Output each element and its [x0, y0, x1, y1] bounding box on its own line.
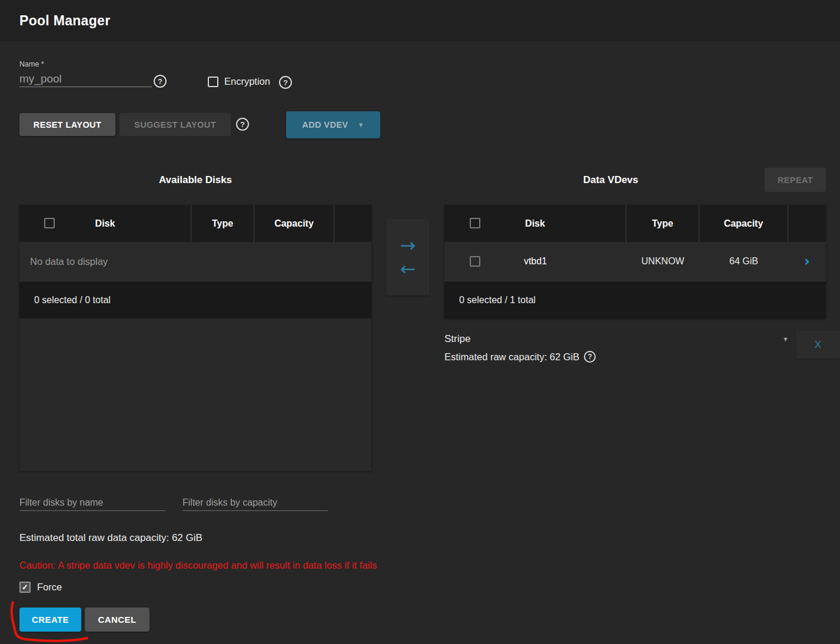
estimated-total-capacity: Estimated total raw data capacity: 62 Gi…: [19, 532, 202, 544]
force-row: ✓ Force: [19, 582, 62, 593]
repeat-button[interactable]: REPEAT: [765, 168, 826, 192]
check-icon: ✓: [22, 583, 28, 592]
available-disks-header-capacity: Capacity: [254, 205, 334, 242]
raw-capacity-help-icon[interactable]: ?: [584, 351, 596, 363]
data-vdevs-table: Disk Type Capacity vtbd1 UNKNOW 64 GiB ›…: [444, 205, 826, 318]
encryption-help-icon[interactable]: ?: [279, 76, 292, 89]
add-vdev-button[interactable]: ADD VDEV ▼: [286, 111, 380, 138]
transfer-panel: → ←: [386, 219, 430, 296]
data-vdevs-header-actions: [788, 205, 826, 242]
available-disks-footer: 0 selected / 0 total: [19, 281, 371, 318]
encryption-checkbox[interactable]: [208, 77, 218, 87]
available-disks-header-type: Type: [191, 205, 254, 242]
vdev-layout-value: Stripe: [444, 333, 470, 345]
suggest-layout-button[interactable]: SUGGEST LAYOUT: [119, 113, 231, 136]
data-vdevs-header-disk: Disk: [444, 205, 626, 242]
filter-disks-by-name-input[interactable]: [19, 494, 165, 511]
name-field-label: Name *: [19, 60, 44, 68]
vdev-disk-name: vtbd1: [524, 256, 547, 267]
no-data-row: No data to display: [19, 242, 371, 281]
vdev-disk-capacity: 64 GiB: [699, 242, 788, 281]
available-disks-empty-area: [19, 318, 371, 471]
page-title: Pool Manager: [19, 13, 110, 29]
data-vdevs-footer: 0 selected / 1 total: [444, 281, 826, 318]
reset-layout-button[interactable]: RESET LAYOUT: [19, 113, 115, 136]
data-vdevs-header-type: Type: [626, 205, 699, 242]
vdev-row-checkbox[interactable]: [470, 256, 480, 267]
caret-down-icon: ▼: [782, 336, 789, 343]
data-vdevs-title: Data VDevs: [444, 174, 777, 186]
encryption-label: Encryption: [224, 76, 270, 87]
vdev-disk-type: UNKNOW: [626, 242, 699, 281]
filter-disks-by-capacity-input[interactable]: [182, 494, 328, 511]
column-label-disk: Disk: [95, 218, 115, 229]
vdev-layout-select[interactable]: Stripe ▼: [444, 331, 789, 347]
remove-vdev-button[interactable]: X: [796, 331, 840, 358]
pool-manager-page: Pool Manager Name * ? Encryption ? RESET…: [0, 0, 840, 644]
name-help-icon[interactable]: ?: [154, 75, 167, 88]
move-left-arrow-icon[interactable]: ←: [397, 259, 420, 279]
data-vdevs-header-capacity: Capacity: [699, 205, 788, 242]
vdev-select-all-checkbox[interactable]: [470, 218, 480, 228]
available-disks-header-disk: Disk: [19, 205, 191, 242]
available-disks-table: Disk Type Capacity No data to display 0 …: [19, 205, 371, 471]
chevron-right-icon[interactable]: ›: [804, 254, 810, 268]
pool-name-input[interactable]: [19, 71, 152, 87]
create-button[interactable]: CREATE: [19, 608, 81, 632]
move-right-arrow-icon[interactable]: →: [397, 235, 420, 255]
caret-down-icon: ▼: [357, 121, 364, 128]
column-label-disk: Disk: [525, 218, 545, 229]
select-all-checkbox[interactable]: [44, 218, 55, 228]
suggest-layout-help-icon[interactable]: ?: [236, 118, 249, 131]
table-row[interactable]: vtbd1 UNKNOW 64 GiB ›: [444, 242, 826, 281]
estimated-raw-capacity: Estimated raw capacity: 62 GiB ?: [444, 351, 596, 363]
cancel-button[interactable]: CANCEL: [85, 608, 150, 632]
available-disks-header-row: Disk Type Capacity: [19, 205, 371, 242]
force-checkbox[interactable]: ✓: [19, 582, 31, 593]
available-disks-title: Available Disks: [19, 174, 371, 186]
available-disks-header-actions: [334, 205, 371, 242]
caution-message: Caution: A stripe data vdev is highly di…: [19, 560, 377, 571]
top-bar: Pool Manager: [0, 0, 840, 41]
data-vdevs-header-row: Disk Type Capacity: [444, 205, 826, 242]
estimated-raw-capacity-text: Estimated raw capacity: 62 GiB: [444, 351, 579, 363]
add-vdev-label: ADD VDEV: [302, 120, 348, 130]
force-label: Force: [37, 582, 62, 593]
